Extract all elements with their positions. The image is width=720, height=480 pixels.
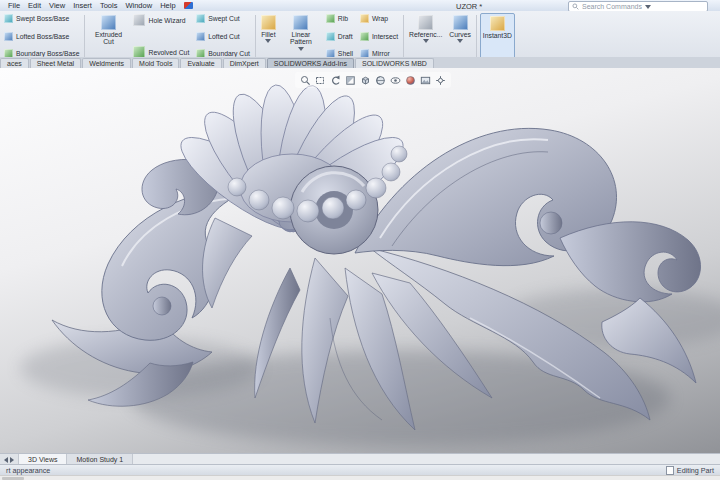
button-label: Fillet [261,31,275,38]
hole-wizard-button[interactable]: Hole Wizard [131,14,191,26]
tab-solidworks-add-ins[interactable]: SOLIDWORKS Add-Ins [267,58,354,68]
wrap-intersect-mirror-group: Wrap Intersect Mirror [358,13,400,59]
document-title: UZOR * [456,2,482,11]
ribbon-separator [255,15,256,57]
editing-mode-label: Editing Part [677,466,714,475]
button-label: Shell [338,50,353,57]
tab-mold-tools[interactable]: Mold Tools [132,58,179,68]
lofted-boss-base-button[interactable]: Lofted Boss/Base [2,32,81,41]
tab-weldments[interactable]: Weldments [82,58,131,68]
menu-insert[interactable]: Insert [69,1,96,10]
fillet-flyout-icon[interactable] [265,39,271,43]
menu-file[interactable]: File [4,1,24,10]
cut-group: Swept Cut Lofted Cut Boundary Cut [194,13,252,59]
heads-up-view-toolbar [295,72,451,88]
swept-cut-icon [196,14,205,23]
reference-flyout-icon[interactable] [423,39,429,43]
search-placeholder: Search Commands [582,3,642,10]
lofted-cut-button[interactable]: Lofted Cut [194,32,252,41]
command-manager-tabs: aces Sheet Metal Weldments Mold Tools Ev… [0,57,720,68]
ornament-model[interactable] [0,68,720,453]
graphics-viewport[interactable]: ashot_arzumanyan@yahoo.com [0,68,720,453]
edit-appearance-icon[interactable] [405,75,416,86]
rib-icon [326,14,335,23]
tab-scroll-right-icon[interactable] [10,457,14,463]
button-label: Boundary Boss/Base [16,50,79,57]
menu-window[interactable]: Window [121,1,156,10]
fillet-icon [261,15,276,30]
intersect-icon [360,32,369,41]
menu-tools[interactable]: Tools [96,1,122,10]
curves-icon [453,15,468,30]
zoom-area-icon[interactable] [315,75,326,86]
instant3d-button[interactable]: Instant3D [480,13,515,59]
button-label: Revolved Cut [148,49,189,56]
menu-edit[interactable]: Edit [24,1,45,10]
swept-boss-icon [4,14,13,23]
swept-cut-button[interactable]: Swept Cut [194,14,252,23]
button-label: Curves [449,31,471,38]
hide-show-items-icon[interactable] [390,75,401,86]
button-label: Linear Pattern [283,31,319,46]
tab-features[interactable]: aces [0,58,29,68]
draft-icon [326,32,335,41]
swept-boss-base-button[interactable]: Swept Boss/Base [2,14,81,23]
button-label: Lofted Cut [208,33,239,40]
button-label: Swept Boss/Base [16,15,69,22]
button-label: Instant3D [483,32,512,39]
zoom-fit-icon[interactable] [300,75,311,86]
boss-base-group: Swept Boss/Base Lofted Boss/Base Boundar… [2,13,81,59]
curves-button[interactable]: Curves [447,13,473,59]
button-label: Lofted Boss/Base [16,33,69,40]
extruded-cut-icon [101,15,116,30]
ribbon-separator [476,15,477,57]
wrap-button[interactable]: Wrap [358,14,400,23]
wizard-revolve-group: Hole Wizard Revolved Cut [131,13,191,59]
linear-pattern-icon [293,15,308,30]
tab-scroll-left-icon[interactable] [4,457,8,463]
view-orientation-icon[interactable] [360,75,371,86]
button-label: Draft [338,33,353,40]
extruded-cut-button[interactable]: Extruded Cut [88,13,128,59]
draft-button[interactable]: Draft [324,32,355,41]
wrap-icon [360,14,369,23]
button-label: Boundary Cut [208,50,250,57]
tab-sheet-metal[interactable]: Sheet Metal [30,58,81,68]
section-view-icon[interactable] [345,75,356,86]
button-label: Rib [338,15,348,22]
ribbon-separator [84,15,85,57]
hole-wizard-icon [133,14,145,26]
tab-evaluate[interactable]: Evaluate [180,58,221,68]
menu-view[interactable]: View [45,1,69,10]
apply-scene-icon[interactable] [420,75,431,86]
button-label: Intersect [372,33,398,40]
button-label: Hole Wizard [148,17,185,24]
search-icon [572,3,579,10]
menu-help[interactable]: Help [156,1,179,10]
ribbon-separator [403,15,404,57]
fillet-button[interactable]: Fillet [259,13,278,59]
previous-view-icon[interactable] [330,75,341,86]
curves-flyout-icon[interactable] [457,39,463,43]
reference-geometry-icon [418,15,433,30]
solidworks-window: File Edit View Insert Tools Window Help … [0,0,720,480]
reference-geometry-button[interactable]: Referenc... [407,13,444,59]
command-manager-ribbon: Swept Boss/Base Lofted Boss/Base Boundar… [0,11,720,62]
button-label: Wrap [372,15,388,22]
lofted-boss-icon [4,32,13,41]
rib-button[interactable]: Rib [324,14,355,23]
linear-pattern-button[interactable]: Linear Pattern [281,13,321,59]
button-label: Swept Cut [208,15,239,22]
rib-draft-shell-group: Rib Draft Shell [324,13,355,59]
button-label: Extruded Cut [90,31,126,46]
intersect-button[interactable]: Intersect [358,32,400,41]
lofted-cut-icon [196,32,205,41]
instant3d-icon [490,16,505,31]
view-settings-icon[interactable] [435,75,446,86]
display-style-icon[interactable] [375,75,386,86]
tab-dimxpert[interactable]: DimXpert [223,58,266,68]
status-message: rt appearance [6,466,50,475]
tab-solidworks-mbd[interactable]: SOLIDWORKS MBD [355,58,434,68]
search-dropdown-icon[interactable] [645,5,651,9]
linear-pattern-flyout-icon[interactable] [298,47,304,51]
